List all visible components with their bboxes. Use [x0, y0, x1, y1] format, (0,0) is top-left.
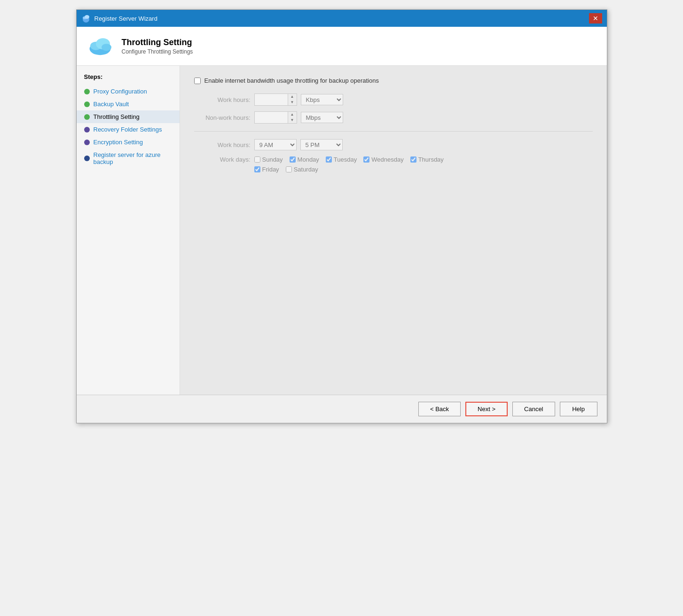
day-saturday-checkbox[interactable]	[286, 166, 292, 172]
day-thursday-label: Thursday	[418, 156, 444, 163]
day-thursday: Thursday	[410, 156, 444, 163]
non-work-hours-unit-select[interactable]: Kbps Mbps Gbps	[301, 112, 343, 123]
app-icon	[81, 14, 91, 23]
wizard-window: Register Server Wizard ✕ Throttling Sett…	[76, 9, 607, 423]
non-work-hours-input[interactable]: 1023.0	[255, 112, 288, 123]
dot-proxy	[84, 89, 90, 94]
non-work-hours-input-wrap: 1023.0 ▲ ▼	[254, 111, 297, 124]
day-saturday-label: Saturday	[294, 166, 318, 173]
day-monday-checkbox[interactable]	[290, 156, 296, 163]
header-text: Throttling Setting Configure Throttling …	[122, 38, 193, 55]
sidebar-label-encryption: Encryption Setting	[94, 139, 143, 146]
day-friday: Friday	[254, 166, 279, 173]
work-hours-bandwidth-row: Work hours: 256.0 ▲ ▼ Kbps Mbps Gbps	[194, 94, 593, 106]
header-section: Throttling Setting Configure Throttling …	[77, 27, 607, 66]
work-hours-unit-select[interactable]: Kbps Mbps Gbps	[301, 94, 343, 105]
day-sunday-label: Sunday	[262, 156, 283, 163]
work-days-label: Work days:	[194, 156, 251, 163]
dot-throttling	[84, 114, 90, 120]
work-days-row: Work days: Sunday Monday	[194, 156, 593, 173]
page-subtitle: Configure Throttling Settings	[122, 48, 193, 55]
throttle-settings-group: Work hours: 256.0 ▲ ▼ Kbps Mbps Gbps	[194, 94, 593, 173]
divider	[194, 131, 593, 132]
sidebar-item-backup-vault[interactable]: Backup Vault	[77, 98, 180, 110]
day-monday-label: Monday	[298, 156, 319, 163]
days-column: Sunday Monday Tuesday	[254, 156, 444, 173]
dot-backup-vault	[84, 101, 90, 107]
day-friday-label: Friday	[262, 166, 279, 173]
help-button[interactable]: Help	[560, 402, 597, 416]
work-hours-bandwidth-label: Work hours:	[194, 96, 251, 103]
day-sunday-checkbox[interactable]	[254, 156, 260, 163]
day-wednesday: Wednesday	[363, 156, 403, 163]
cloud-icon	[86, 34, 114, 58]
next-button[interactable]: Next >	[465, 402, 508, 416]
non-work-hours-spin-up[interactable]: ▲	[288, 112, 297, 117]
enable-row: Enable internet bandwidth usage throttli…	[194, 77, 593, 84]
work-hours-spin-up[interactable]: ▲	[288, 94, 297, 100]
cancel-button[interactable]: Cancel	[512, 402, 555, 416]
work-hours-time-label: Work hours:	[194, 141, 251, 148]
main-content: Steps: Proxy Configuration Backup Vault …	[77, 66, 607, 395]
enable-throttle-label: Enable internet bandwidth usage throttli…	[204, 77, 379, 84]
content-area: Enable internet bandwidth usage throttli…	[180, 66, 607, 395]
title-bar-left: Register Server Wizard	[81, 14, 157, 23]
day-monday: Monday	[290, 156, 319, 163]
non-work-hours-spinners: ▲ ▼	[288, 112, 297, 123]
work-hours-input-wrap: 256.0 ▲ ▼	[254, 94, 297, 106]
work-hours-spinners: ▲ ▼	[288, 94, 297, 105]
day-sunday: Sunday	[254, 156, 283, 163]
day-wednesday-label: Wednesday	[371, 156, 403, 163]
back-button[interactable]: < Back	[418, 402, 461, 416]
close-button[interactable]: ✕	[589, 13, 602, 23]
non-work-hours-bandwidth-row: Non-work hours: 1023.0 ▲ ▼ Kbps Mbps Gbp…	[194, 111, 593, 124]
non-work-hours-spin-down[interactable]: ▼	[288, 117, 297, 123]
day-tuesday-checkbox[interactable]	[326, 156, 332, 163]
sidebar-label-register: Register server for azure backup	[94, 151, 172, 165]
footer: < Back Next > Cancel Help	[77, 395, 607, 423]
page-title: Throttling Setting	[122, 38, 193, 47]
work-hours-spin-down[interactable]: ▼	[288, 100, 297, 105]
sidebar-item-recovery[interactable]: Recovery Folder Settings	[77, 123, 180, 136]
work-hours-input[interactable]: 256.0	[255, 94, 288, 105]
days-line-1: Sunday Monday Tuesday	[254, 156, 444, 163]
day-thursday-checkbox[interactable]	[410, 156, 416, 163]
sidebar-label-throttling: Throttling Setting	[94, 113, 140, 120]
sidebar-item-proxy[interactable]: Proxy Configuration	[77, 85, 180, 98]
sidebar-item-register[interactable]: Register server for azure backup	[77, 148, 180, 168]
title-bar-text: Register Server Wizard	[94, 15, 157, 22]
days-line-2: Friday Saturday	[254, 166, 444, 173]
non-work-hours-bandwidth-label: Non-work hours:	[194, 114, 251, 121]
sidebar-label-proxy: Proxy Configuration	[94, 88, 147, 95]
sidebar-item-throttling[interactable]: Throttling Setting	[77, 110, 180, 123]
work-time-end-select[interactable]: 4 PM 5 PM 6 PM 7 PM	[300, 139, 343, 150]
work-hours-time-row: Work hours: 7 AM 8 AM 9 AM 10 AM 11 AM 4…	[194, 139, 593, 150]
day-saturday: Saturday	[286, 166, 318, 173]
svg-point-2	[85, 15, 89, 19]
day-wednesday-checkbox[interactable]	[363, 156, 369, 163]
sidebar: Steps: Proxy Configuration Backup Vault …	[77, 66, 180, 395]
title-bar: Register Server Wizard ✕	[77, 10, 607, 27]
steps-label: Steps:	[77, 73, 180, 85]
enable-throttle-checkbox[interactable]	[194, 78, 201, 84]
svg-point-6	[102, 44, 111, 51]
sidebar-label-backup-vault: Backup Vault	[94, 101, 129, 108]
dot-encryption	[84, 140, 90, 145]
dot-register	[84, 156, 90, 161]
day-friday-checkbox[interactable]	[254, 166, 260, 172]
day-tuesday: Tuesday	[326, 156, 357, 163]
dot-recovery	[84, 127, 90, 133]
work-time-start-select[interactable]: 7 AM 8 AM 9 AM 10 AM 11 AM	[254, 139, 297, 150]
sidebar-item-encryption[interactable]: Encryption Setting	[77, 136, 180, 148]
sidebar-label-recovery: Recovery Folder Settings	[94, 126, 162, 133]
day-tuesday-label: Tuesday	[334, 156, 357, 163]
